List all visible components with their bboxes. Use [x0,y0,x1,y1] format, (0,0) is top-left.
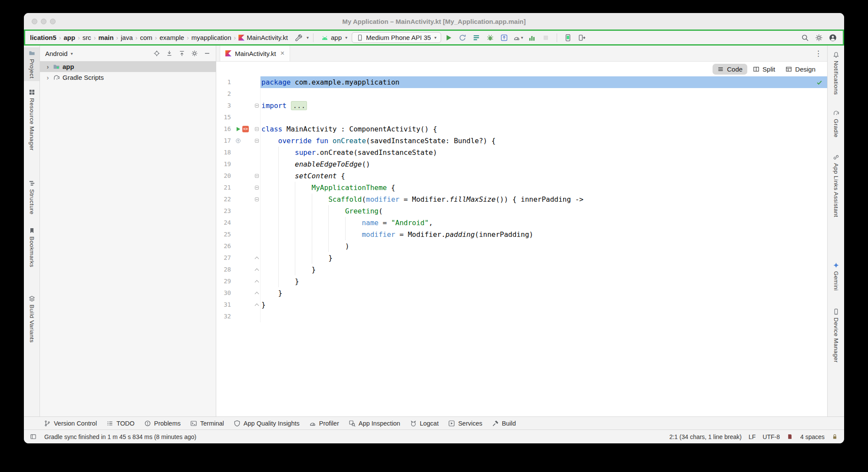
tool-stripe-notifications[interactable]: Notifications [828,49,844,98]
tool-window-button-version-control[interactable]: Version Control [44,420,97,427]
indent-setting[interactable]: 4 spaces [800,433,825,440]
breadcrumb-item-java[interactable]: java [119,33,134,42]
code-line[interactable]: 16<>class MainActivity : ComponentActivi… [216,123,827,135]
tool-window-button-problems[interactable]: Problems [144,420,181,427]
tool-window-button-app-quality-insights[interactable]: App Quality Insights [234,420,300,427]
run-icon[interactable] [235,126,241,132]
code-line[interactable]: 22 Scaffold(modifier = Modifier.fillMaxS… [216,193,827,205]
fold-marker[interactable] [254,170,261,182]
code-line[interactable]: 17 override fun onCreate(savedInstanceSt… [216,135,827,147]
mode-design[interactable]: Design [781,64,820,75]
mode-split[interactable]: Split [748,64,780,75]
code-line[interactable]: 29 } [216,275,827,287]
title-bar[interactable]: My Application – MainActivity.kt [My_App… [24,13,844,30]
breadcrumb-item-mainactivity-kt[interactable]: MainActivity.kt [237,33,289,42]
device-mirroring-button[interactable] [575,32,588,43]
code-line[interactable]: 28 } [216,264,827,275]
chevron-right-icon[interactable]: › [45,74,50,81]
code-line[interactable]: 3import ... [216,100,827,111]
tab-mainactivity[interactable]: MainActivity.kt × [220,46,290,61]
breadcrumb-item-lication5[interactable]: lication5 [29,33,58,42]
tool-stripe-build-variants[interactable]: Build Variants [24,293,40,345]
tool-stripe-project[interactable]: Project [24,47,40,81]
profiler-button[interactable]: ▾ [512,32,525,43]
file-encoding[interactable]: UTF-8 [762,433,780,440]
code-line[interactable]: 21 MyApplicationTheme { [216,182,827,193]
book-icon[interactable] [787,433,793,440]
tool-stripe-gradle[interactable]: Gradle [828,107,844,140]
tool-window-button-logcat[interactable]: Logcat [410,420,439,427]
device-select[interactable]: Medium Phone API 35 ▾ [352,32,441,43]
running-devices-button[interactable] [561,32,574,43]
run-configuration-select[interactable]: app ▾ [318,33,351,43]
collapse-all-button[interactable] [178,50,185,57]
code-line[interactable]: 19 enableEdgeToEdge() [216,158,827,170]
tool-stripe-resource-manager[interactable]: Resource Manager [24,86,40,153]
code-line[interactable]: 30 } [216,287,827,299]
search-everywhere-button[interactable] [799,32,812,43]
line-separator[interactable]: LF [749,433,756,440]
hide-panel-button[interactable] [204,50,211,57]
fold-marker[interactable] [254,299,261,311]
compose-preview-icon[interactable]: <> [242,126,249,132]
close-button[interactable] [32,19,37,24]
breadcrumb-item-example[interactable]: example [158,33,185,42]
caret-position[interactable]: 2:1 (34 chars, 1 line break) [669,433,742,440]
tool-stripe-device-manager[interactable]: Device Manager [828,306,844,365]
project-view-selector[interactable]: Android ▾ [45,50,73,57]
breadcrumb-item-myapplication[interactable]: myapplication [190,33,233,42]
breadcrumb-item-src[interactable]: src [81,33,92,42]
inspection-status-icon[interactable] [816,79,823,86]
fold-marker[interactable] [254,264,261,275]
run-button[interactable] [442,32,455,43]
code-line[interactable]: 26 ) [216,240,827,252]
lock-icon[interactable] [832,433,838,440]
apply-changes-button[interactable] [456,32,469,43]
zoom-button[interactable] [50,19,56,24]
fold-marker[interactable] [254,275,261,287]
code-line[interactable]: 1package com.example.myapplication [216,76,827,88]
code-line[interactable]: 23 Greeting( [216,205,827,217]
code-line[interactable]: 18 super.onCreate(savedInstanceState) [216,147,827,158]
settings-button[interactable] [812,32,825,43]
code-line[interactable]: 20 setContent { [216,170,827,182]
tree-item-gradle-scripts[interactable]: ›Gradle Scripts [40,72,216,83]
fold-marker[interactable] [254,252,261,264]
fold-marker[interactable] [254,182,261,193]
fold-marker[interactable] [254,123,261,135]
code-line[interactable]: 32 [216,311,827,322]
fold-marker[interactable] [254,100,261,111]
breadcrumb-item-app[interactable]: app [63,33,77,42]
expand-all-button[interactable] [166,50,173,57]
status-message[interactable]: Gradle sync finished in 1 m 45 s 834 ms … [44,433,196,440]
locate-file-button[interactable] [153,50,160,57]
code-line[interactable]: 15 [216,111,827,123]
profiler-run-button[interactable] [498,32,511,43]
tool-stripe-structure[interactable]: Structure [24,177,40,217]
breadcrumb-item-main[interactable]: main [97,33,115,42]
profile-low-overhead-button[interactable] [525,32,538,43]
tool-window-button-terminal[interactable]: Terminal [190,420,224,427]
code-line[interactable]: 31} [216,299,827,311]
tab-close-icon[interactable]: × [281,49,284,57]
panel-settings-button[interactable] [191,50,198,57]
mode-code[interactable]: Code [713,64,747,75]
tools-menu-button[interactable] [292,32,305,43]
debug-button[interactable] [484,32,497,43]
tool-stripe-bookmarks[interactable]: Bookmarks [24,225,40,270]
layout-icon[interactable] [30,433,36,440]
fold-marker[interactable] [254,193,261,205]
tool-window-button-todo[interactable]: TODO [106,420,135,427]
apply-code-changes-button[interactable] [470,32,483,43]
code-line[interactable]: 2 [216,88,827,100]
editor-body[interactable]: CodeSplitDesign 1package com.example.mya… [216,62,827,416]
breadcrumb-item-com[interactable]: com [139,33,153,42]
chevron-right-icon[interactable]: › [45,63,50,70]
fold-marker[interactable] [254,287,261,299]
more-options-icon[interactable]: ⋮ [815,49,822,58]
account-avatar-button[interactable] [826,32,839,43]
tool-window-button-profiler[interactable]: Profiler [309,420,339,427]
tree-item-app[interactable]: ›app [40,61,216,72]
override-method-icon[interactable] [235,138,241,144]
code-line[interactable]: 25 modifier = Modifier.padding(innerPadd… [216,229,827,240]
